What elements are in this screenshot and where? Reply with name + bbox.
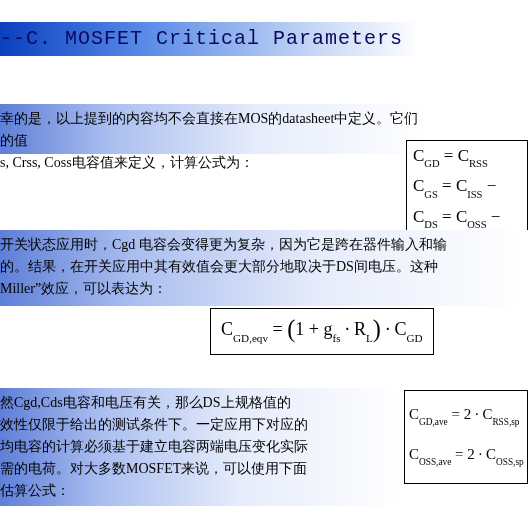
- eq1-row-cgs: CGS = CISS −: [413, 174, 521, 204]
- p3-line5: 估算公式：: [0, 480, 394, 502]
- eq3-row-cgd-ave: CGD,ave = 2 · CRSS,sp: [409, 397, 523, 437]
- paragraph-1: 幸的是，以上提到的内容均不会直接在MOS的datasheet中定义。它们的值 s…: [0, 104, 430, 154]
- p2-line3: Miller”效应，可以表达为：: [0, 278, 522, 300]
- title-text: --C. MOSFET Critical Parameters: [0, 27, 403, 50]
- equation-box-3: CGD,ave = 2 · CRSS,sp COSS,ave = 2 · COS…: [404, 390, 528, 484]
- p1-line2: s, Crss, Coss电容值来定义，计算公式为：: [0, 152, 424, 174]
- section-title: --C. MOSFET Critical Parameters: [0, 22, 420, 56]
- equation-box-1: CGD = CRSS CGS = CISS − CDS = COSS −: [406, 140, 528, 239]
- eq1-row-cgd: CGD = CRSS: [413, 144, 521, 174]
- p3-line4: 需的电荷。对大多数MOSFET来说，可以使用下面: [0, 458, 394, 480]
- p3-line1: 然Cgd,Cds电容和电压有关，那么DS上规格值的: [0, 392, 394, 414]
- eq3-row-coss-ave: COSS,ave = 2 · COSS,sp: [409, 437, 523, 477]
- equation-box-2: CGD,eqv = (1 + gfs · RL) · CGD: [210, 308, 434, 355]
- p2-line1: 开关状态应用时，Cgd 电容会变得更为复杂，因为它是跨在器件输入和输: [0, 234, 522, 256]
- paragraph-3: 然Cgd,Cds电容和电压有关，那么DS上规格值的 效性仅限于给出的测试条件下。…: [0, 388, 400, 506]
- eq2-content: CGD,eqv = (1 + gfs · RL) · CGD: [221, 319, 423, 339]
- p3-line3: 均电容的计算必须基于建立电容两端电压变化实际: [0, 436, 394, 458]
- p1-line1: 幸的是，以上提到的内容均不会直接在MOS的datasheet中定义。它们的值: [0, 108, 424, 152]
- p3-line2: 效性仅限于给出的测试条件下。一定应用下对应的: [0, 414, 394, 436]
- paragraph-2: 开关状态应用时，Cgd 电容会变得更为复杂，因为它是跨在器件输入和输 的。结果，…: [0, 230, 528, 306]
- p2-line2: 的。结果，在开关应用中其有效值会更大部分地取决于DS间电压。这种: [0, 256, 522, 278]
